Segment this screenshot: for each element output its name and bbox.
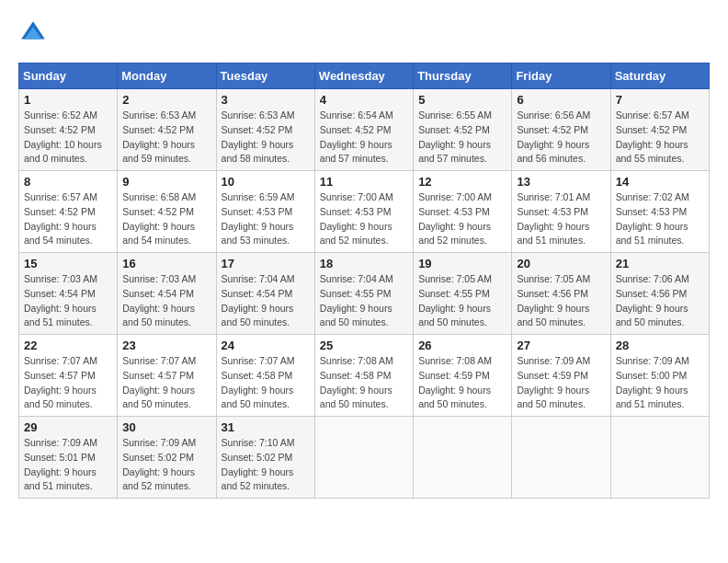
day-number: 3 [222, 93, 310, 107]
calendar-cell: 23 Sunrise: 7:07 AMSunset: 4:57 PMDaylig… [118, 335, 216, 417]
calendar-cell [414, 417, 512, 499]
calendar-cell: 19 Sunrise: 7:05 AMSunset: 4:55 PMDaylig… [414, 253, 512, 335]
day-info: Sunrise: 7:04 AMSunset: 4:55 PMDaylight:… [320, 272, 408, 330]
calendar-cell [610, 417, 709, 499]
calendar-cell: 29 Sunrise: 7:09 AMSunset: 5:01 PMDaylig… [19, 417, 118, 499]
day-info: Sunrise: 7:07 AMSunset: 4:57 PMDaylight:… [24, 354, 112, 412]
day-info: Sunrise: 7:05 AMSunset: 4:56 PMDaylight:… [517, 272, 605, 330]
calendar-cell: 26 Sunrise: 7:08 AMSunset: 4:59 PMDaylig… [414, 335, 512, 417]
day-number: 20 [517, 257, 605, 270]
day-number: 21 [616, 257, 704, 270]
day-number: 19 [418, 257, 506, 270]
day-number: 10 [222, 175, 310, 189]
day-number: 15 [24, 257, 112, 270]
calendar-cell: 11 Sunrise: 7:00 AMSunset: 4:53 PMDaylig… [314, 171, 413, 253]
calendar-cell: 20 Sunrise: 7:05 AMSunset: 4:56 PMDaylig… [512, 253, 610, 335]
day-number: 6 [517, 93, 605, 107]
calendar-cell: 8 Sunrise: 6:57 AMSunset: 4:52 PMDayligh… [19, 171, 118, 253]
day-info: Sunrise: 7:00 AMSunset: 4:53 PMDaylight:… [418, 190, 506, 248]
day-number: 1 [24, 93, 112, 107]
day-info: Sunrise: 7:06 AMSunset: 4:56 PMDaylight:… [616, 272, 704, 330]
day-info: Sunrise: 7:09 AMSunset: 5:01 PMDaylight:… [24, 436, 112, 494]
calendar-cell: 7 Sunrise: 6:57 AMSunset: 4:52 PMDayligh… [610, 89, 709, 171]
day-info: Sunrise: 7:09 AMSunset: 5:00 PMDaylight:… [616, 354, 704, 412]
logo-icon [18, 18, 48, 48]
day-number: 26 [418, 339, 506, 352]
calendar-cell [314, 417, 413, 499]
day-info: Sunrise: 6:57 AMSunset: 4:52 PMDaylight:… [24, 190, 112, 248]
day-of-week-header: Friday [512, 63, 610, 89]
day-info: Sunrise: 6:58 AMSunset: 4:52 PMDaylight:… [122, 190, 210, 248]
calendar-cell: 10 Sunrise: 6:59 AMSunset: 4:53 PMDaylig… [216, 171, 314, 253]
calendar-cell: 24 Sunrise: 7:07 AMSunset: 4:58 PMDaylig… [216, 335, 314, 417]
day-number: 4 [320, 93, 408, 107]
day-info: Sunrise: 7:08 AMSunset: 4:58 PMDaylight:… [320, 354, 408, 412]
day-number: 30 [122, 420, 210, 434]
calendar-cell: 13 Sunrise: 7:01 AMSunset: 4:53 PMDaylig… [512, 171, 610, 253]
calendar-cell: 22 Sunrise: 7:07 AMSunset: 4:57 PMDaylig… [19, 335, 118, 417]
day-of-week-header: Tuesday [216, 63, 314, 89]
calendar-cell: 28 Sunrise: 7:09 AMSunset: 5:00 PMDaylig… [610, 335, 709, 417]
day-number: 24 [222, 339, 310, 352]
day-info: Sunrise: 7:09 AMSunset: 5:02 PMDaylight:… [122, 436, 210, 494]
day-number: 14 [616, 175, 704, 189]
day-info: Sunrise: 6:53 AMSunset: 4:52 PMDaylight:… [222, 109, 310, 167]
calendar-cell: 5 Sunrise: 6:55 AMSunset: 4:52 PMDayligh… [414, 89, 512, 171]
day-number: 9 [122, 175, 210, 189]
day-number: 17 [222, 257, 310, 270]
day-of-week-header: Saturday [610, 63, 709, 89]
day-number: 2 [122, 93, 210, 107]
day-info: Sunrise: 6:55 AMSunset: 4:52 PMDaylight:… [418, 109, 506, 167]
day-info: Sunrise: 7:10 AMSunset: 5:02 PMDaylight:… [222, 436, 310, 494]
day-number: 12 [418, 175, 506, 189]
calendar-cell: 21 Sunrise: 7:06 AMSunset: 4:56 PMDaylig… [610, 253, 709, 335]
day-of-week-header: Sunday [19, 63, 118, 89]
calendar-cell: 17 Sunrise: 7:04 AMSunset: 4:54 PMDaylig… [216, 253, 314, 335]
day-info: Sunrise: 7:07 AMSunset: 4:57 PMDaylight:… [122, 354, 210, 412]
day-number: 11 [320, 175, 408, 189]
day-info: Sunrise: 7:08 AMSunset: 4:59 PMDaylight:… [418, 354, 506, 412]
day-number: 22 [24, 339, 112, 352]
day-number: 29 [24, 420, 112, 434]
calendar-cell: 25 Sunrise: 7:08 AMSunset: 4:58 PMDaylig… [314, 335, 413, 417]
calendar-table: SundayMondayTuesdayWednesdayThursdayFrid… [18, 63, 710, 499]
calendar-cell: 30 Sunrise: 7:09 AMSunset: 5:02 PMDaylig… [118, 417, 216, 499]
calendar-cell: 12 Sunrise: 7:00 AMSunset: 4:53 PMDaylig… [414, 171, 512, 253]
page-header [18, 18, 710, 48]
calendar-cell: 1 Sunrise: 6:52 AMSunset: 4:52 PMDayligh… [19, 89, 118, 171]
day-of-week-header: Monday [118, 63, 216, 89]
day-info: Sunrise: 7:03 AMSunset: 4:54 PMDaylight:… [24, 272, 112, 330]
calendar-cell: 27 Sunrise: 7:09 AMSunset: 4:59 PMDaylig… [512, 335, 610, 417]
day-number: 27 [517, 339, 605, 352]
day-info: Sunrise: 6:57 AMSunset: 4:52 PMDaylight:… [616, 109, 704, 167]
calendar-cell [512, 417, 610, 499]
day-info: Sunrise: 6:53 AMSunset: 4:52 PMDaylight:… [122, 109, 210, 167]
day-number: 13 [517, 175, 605, 189]
day-number: 5 [418, 93, 506, 107]
calendar-cell: 6 Sunrise: 6:56 AMSunset: 4:52 PMDayligh… [512, 89, 610, 171]
calendar-cell: 18 Sunrise: 7:04 AMSunset: 4:55 PMDaylig… [314, 253, 413, 335]
day-number: 8 [24, 175, 112, 189]
calendar-cell: 3 Sunrise: 6:53 AMSunset: 4:52 PMDayligh… [216, 89, 314, 171]
day-of-week-header: Wednesday [314, 63, 413, 89]
day-info: Sunrise: 7:01 AMSunset: 4:53 PMDaylight:… [517, 190, 605, 248]
day-number: 25 [320, 339, 408, 352]
day-info: Sunrise: 6:52 AMSunset: 4:52 PMDaylight:… [24, 109, 112, 167]
day-info: Sunrise: 7:04 AMSunset: 4:54 PMDaylight:… [222, 272, 310, 330]
day-info: Sunrise: 6:56 AMSunset: 4:52 PMDaylight:… [517, 109, 605, 167]
day-info: Sunrise: 7:07 AMSunset: 4:58 PMDaylight:… [222, 354, 310, 412]
day-info: Sunrise: 7:05 AMSunset: 4:55 PMDaylight:… [418, 272, 506, 330]
day-info: Sunrise: 7:09 AMSunset: 4:59 PMDaylight:… [517, 354, 605, 412]
calendar-cell: 16 Sunrise: 7:03 AMSunset: 4:54 PMDaylig… [118, 253, 216, 335]
day-number: 16 [122, 257, 210, 270]
day-number: 28 [616, 339, 704, 352]
day-number: 31 [222, 420, 310, 434]
day-info: Sunrise: 7:03 AMSunset: 4:54 PMDaylight:… [122, 272, 210, 330]
day-number: 23 [122, 339, 210, 352]
day-number: 18 [320, 257, 408, 270]
day-info: Sunrise: 7:00 AMSunset: 4:53 PMDaylight:… [320, 190, 408, 248]
day-info: Sunrise: 6:59 AMSunset: 4:53 PMDaylight:… [222, 190, 310, 248]
calendar-header: SundayMondayTuesdayWednesdayThursdayFrid… [19, 63, 710, 89]
calendar-cell: 14 Sunrise: 7:02 AMSunset: 4:53 PMDaylig… [610, 171, 709, 253]
calendar-cell: 31 Sunrise: 7:10 AMSunset: 5:02 PMDaylig… [216, 417, 314, 499]
